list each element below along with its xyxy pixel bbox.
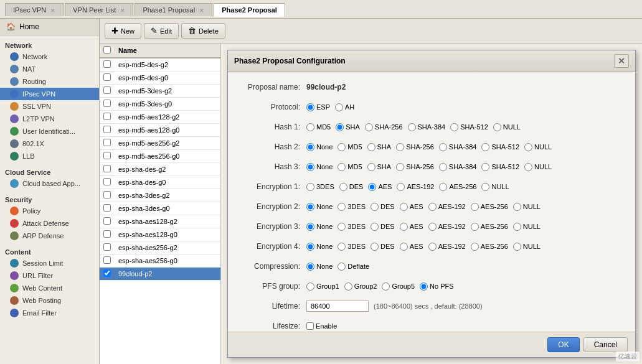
table-row[interactable]: 99cloud-p2 [100,268,220,281]
enc2-3des[interactable]: 3DES [338,203,366,211]
row-checkbox-cell[interactable] [100,215,115,228]
enc3-3des-radio[interactable] [338,223,346,231]
sidebar-item-cloud[interactable]: Cloud based App... [0,177,99,190]
sidebar-item-8021x[interactable]: 802.1X [0,138,99,150]
hash1-sha256-radio[interactable] [365,123,373,131]
row-checkbox[interactable] [103,126,111,133]
enc2-aes-radio[interactable] [400,203,408,211]
hash2-null[interactable]: NULL [524,143,552,151]
sidebar-item-user[interactable]: User Identificati... [0,125,99,138]
table-row[interactable]: esp-md5-3des-g2 [100,85,220,98]
hash3-sha-radio[interactable] [367,163,375,171]
enc1-null-radio[interactable] [481,183,489,191]
enc3-null[interactable]: NULL [513,223,541,231]
select-all-header[interactable] [100,44,115,58]
hash3-sha256[interactable]: SHA-256 [396,163,434,171]
enc2-aes256[interactable]: AES-256 [471,203,508,211]
tab-phase1[interactable]: Phase1 Proposal ✕ [135,3,212,16]
row-checkbox[interactable] [103,113,111,120]
enc1-aes192[interactable]: AES-192 [397,183,434,191]
table-row[interactable]: esp-md5-des-g2 [100,58,220,72]
sidebar-item-nat[interactable]: NAT [0,63,99,75]
row-checkbox-cell[interactable] [100,228,115,241]
sidebar-item-routing[interactable]: Routing [0,75,99,88]
enc4-des[interactable]: DES [371,243,395,251]
enc2-3des-radio[interactable] [338,203,346,211]
enc3-aes256-radio[interactable] [471,223,479,231]
pfs-group5[interactable]: Group5 [382,282,415,291]
hash3-sha256-radio[interactable] [396,163,404,171]
protocol-ah-radio[interactable] [335,103,343,111]
hash2-sha512-radio[interactable] [481,143,489,151]
hash1-null-radio[interactable] [493,123,501,131]
enc4-3des-radio[interactable] [338,243,346,251]
row-checkbox[interactable] [103,139,111,146]
enc4-null[interactable]: NULL [513,243,541,251]
row-checkbox-cell[interactable] [100,268,115,281]
enc4-3des[interactable]: 3DES [338,243,366,251]
hash2-none-radio[interactable] [306,143,314,151]
enc2-aes256-radio[interactable] [471,203,479,211]
enc1-des-radio[interactable] [339,183,347,191]
row-checkbox[interactable] [103,73,111,81]
delete-button[interactable]: 🗑 Delete [181,23,225,39]
hash1-sha384-radio[interactable] [408,123,416,131]
pfs-nopfs-radio[interactable] [420,282,428,291]
table-row[interactable]: esp-md5-aes256-g2 [100,137,220,150]
enc3-aes-radio[interactable] [400,223,408,231]
hash1-sha384[interactable]: SHA-384 [408,123,446,131]
ok-button[interactable]: OK [547,337,579,352]
row-checkbox[interactable] [103,217,111,225]
hash3-sha[interactable]: SHA [367,163,392,171]
protocol-ah[interactable]: AH [335,103,354,111]
row-checkbox-cell[interactable] [100,202,115,215]
cancel-button[interactable]: Cancel [583,337,628,352]
pfs-group1-radio[interactable] [306,282,314,291]
hash3-sha512[interactable]: SHA-512 [481,163,519,171]
hash3-sha384[interactable]: SHA-384 [439,163,477,171]
enc3-null-radio[interactable] [513,223,521,231]
hash3-sha384-radio[interactable] [439,163,447,171]
lifetime-input[interactable] [306,301,369,312]
row-checkbox-cell[interactable] [100,58,115,72]
dialog-close-button[interactable]: ✕ [614,54,629,68]
hash2-md5[interactable]: MD5 [338,143,362,151]
row-checkbox-cell[interactable] [100,111,115,124]
pfs-nopfs[interactable]: No PFS [420,282,454,291]
sidebar-item-policy[interactable]: Policy [0,205,99,217]
pfs-group2-radio[interactable] [344,282,352,291]
enc4-aes-radio[interactable] [400,243,408,251]
sidebar-item-url[interactable]: URL Filter [0,269,99,282]
comp-none[interactable]: None [306,263,333,271]
row-checkbox[interactable] [103,60,111,68]
table-row[interactable]: esp-sha-3des-g0 [100,202,220,215]
row-checkbox[interactable] [103,100,111,107]
enc1-aes256-radio[interactable] [439,183,447,191]
edit-button[interactable]: ✎ Edit [144,23,179,39]
enc2-null-radio[interactable] [513,203,521,211]
table-row[interactable]: esp-sha-aes128-g2 [100,215,220,228]
hash1-sha256[interactable]: SHA-256 [365,123,403,131]
hash3-md5[interactable]: MD5 [338,163,362,171]
enc2-aes192-radio[interactable] [428,203,437,211]
table-row[interactable]: esp-sha-aes256-g2 [100,241,220,254]
hash2-sha384-radio[interactable] [439,143,447,151]
tab-vpn-peer-list[interactable]: VPN Peer List ✕ [65,3,133,16]
enc3-des-radio[interactable] [371,223,379,231]
row-checkbox[interactable] [103,204,111,212]
table-row[interactable]: esp-sha-3des-g2 [100,189,220,202]
hash3-none[interactable]: None [306,163,333,171]
row-checkbox[interactable] [103,243,111,251]
hash3-md5-radio[interactable] [338,163,346,171]
sidebar-item-ipsec[interactable]: IPsec VPN [0,88,99,100]
row-checkbox-cell[interactable] [100,163,115,176]
enc4-aes[interactable]: AES [400,243,423,251]
enc4-none-radio[interactable] [306,243,314,251]
row-checkbox-cell[interactable] [100,189,115,202]
enc4-aes192-radio[interactable] [428,243,437,251]
enc2-null[interactable]: NULL [513,203,541,211]
pfs-group1[interactable]: Group1 [306,282,339,291]
new-button[interactable]: ✚ New [105,23,141,39]
hash2-null-radio[interactable] [524,143,532,151]
tab-phase2[interactable]: Phase2 Proposal [214,3,285,17]
